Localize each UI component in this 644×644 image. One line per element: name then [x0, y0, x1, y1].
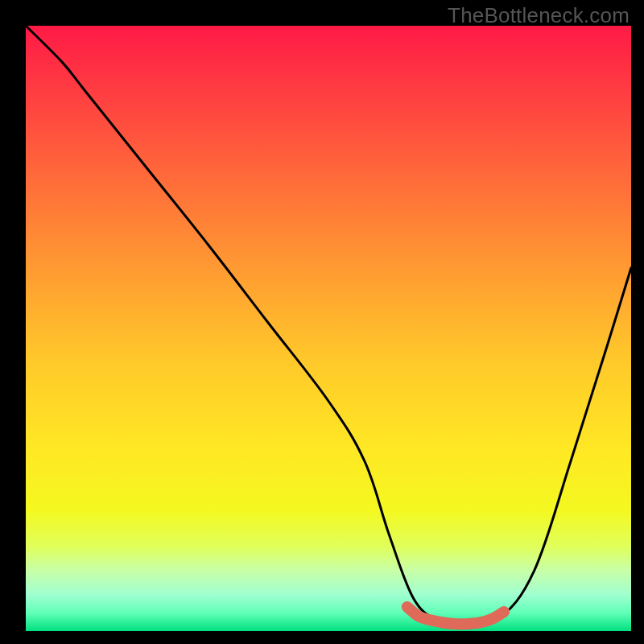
watermark-text: TheBottleneck.com — [448, 3, 630, 28]
plot-area — [26, 26, 631, 631]
chart-svg — [26, 26, 631, 631]
chart-frame: TheBottleneck.com — [0, 0, 644, 644]
gradient-background — [26, 26, 631, 631]
